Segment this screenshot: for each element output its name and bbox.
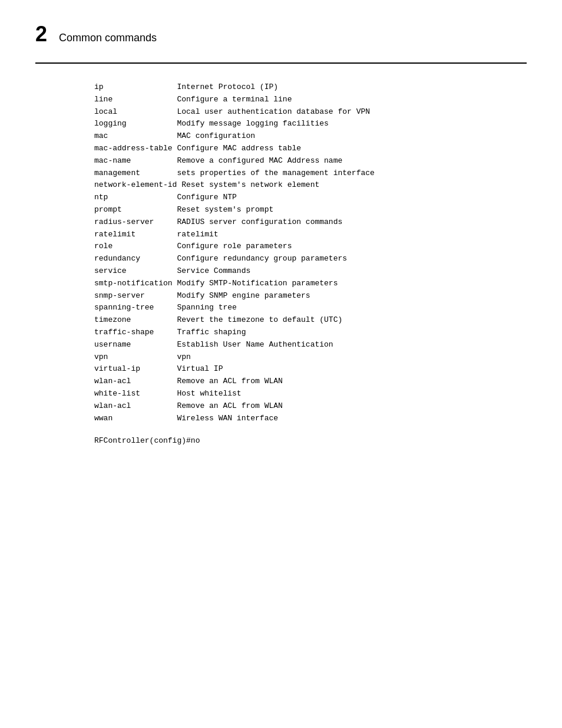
header-divider	[35, 62, 527, 64]
prompt-line: RFController(config)#no	[94, 436, 527, 445]
chapter-title: Common commands	[59, 32, 157, 45]
page-header: 2 Common commands	[35, 24, 527, 45]
chapter-number: 2	[35, 24, 47, 45]
content-area: ip Internet Protocol (IP) line Configure…	[35, 81, 527, 445]
page-container: 2 Common commands ip Internet Protocol (…	[0, 0, 562, 728]
command-list: ip Internet Protocol (IP) line Configure…	[94, 81, 527, 424]
